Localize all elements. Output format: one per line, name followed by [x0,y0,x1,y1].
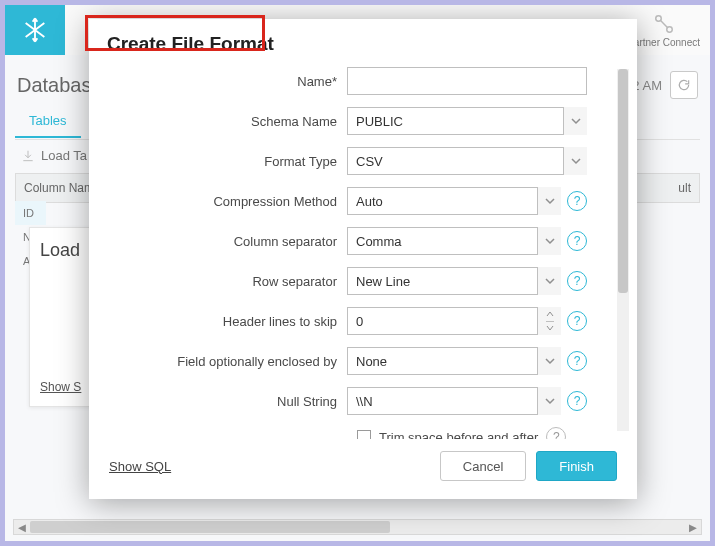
null-select[interactable] [347,387,561,415]
step-down-icon[interactable] [546,322,554,336]
chevron-down-icon[interactable] [537,227,561,255]
partner-connect-label: Partner Connect [627,37,700,48]
header-label: Header lines to skip [89,314,347,329]
chevron-down-icon[interactable] [537,347,561,375]
refresh-button[interactable] [670,71,698,99]
show-sql-link[interactable]: Show SQL [109,459,171,474]
format-value[interactable] [347,147,587,175]
colsep-select[interactable] [347,227,561,255]
compression-select[interactable] [347,187,561,215]
snowflake-logo[interactable] [5,5,65,55]
horizontal-scrollbar[interactable]: ◄ ► [13,519,702,535]
finish-button[interactable]: Finish [536,451,617,481]
null-label: Null String [89,394,347,409]
scroll-left-arrow[interactable]: ◄ [14,520,30,534]
colsep-value[interactable] [347,227,561,255]
name-label: Name* [89,74,347,89]
name-input[interactable] [347,67,587,95]
help-icon[interactable]: ? [567,231,587,251]
format-select[interactable] [347,147,587,175]
chevron-down-icon[interactable] [537,187,561,215]
trim-label: Trim space before and after [379,430,538,440]
help-icon[interactable]: ? [546,427,566,439]
header-value[interactable] [347,307,561,335]
modal-title: Create File Format [107,33,619,55]
help-icon[interactable]: ? [567,271,587,291]
compression-value[interactable] [347,187,561,215]
tab-tables[interactable]: Tables [15,105,81,138]
header-stepper[interactable] [347,307,561,335]
scroll-track[interactable] [30,520,685,534]
schema-label: Schema Name [89,114,347,129]
step-up-icon[interactable] [546,307,554,322]
help-icon[interactable]: ? [567,191,587,211]
help-icon[interactable]: ? [567,351,587,371]
chevron-down-icon[interactable] [537,267,561,295]
rowsep-value[interactable] [347,267,561,295]
scroll-thumb[interactable] [30,521,390,533]
format-label: Format Type [89,154,347,169]
vertical-scrollbar[interactable] [617,69,629,431]
partner-connect[interactable]: Partner Connect [627,13,700,48]
compression-label: Compression Method [89,194,347,209]
inner-panel-title: Load [40,240,88,261]
schema-select[interactable] [347,107,587,135]
help-icon[interactable]: ? [567,391,587,411]
chevron-down-icon[interactable] [563,147,587,175]
chevron-down-icon[interactable] [537,387,561,415]
inner-show-link[interactable]: Show S [40,380,81,394]
cancel-button[interactable]: Cancel [440,451,526,481]
row-id: ID [15,201,46,225]
load-tables-label: Load Ta [41,148,87,163]
scroll-thumb[interactable] [618,69,628,293]
null-value[interactable] [347,387,561,415]
enclosed-value[interactable] [347,347,561,375]
trim-checkbox[interactable] [357,430,371,439]
create-file-format-dialog: Create File Format Name* Schema Name For… [89,19,637,499]
rowsep-label: Row separator [89,274,347,289]
colsep-label: Column separator [89,234,347,249]
schema-value[interactable] [347,107,587,135]
help-icon[interactable]: ? [567,311,587,331]
rowsep-select[interactable] [347,267,561,295]
chevron-down-icon[interactable] [563,107,587,135]
scroll-right-arrow[interactable]: ► [685,520,701,534]
enclosed-select[interactable] [347,347,561,375]
enclosed-label: Field optionally enclosed by [89,354,347,369]
